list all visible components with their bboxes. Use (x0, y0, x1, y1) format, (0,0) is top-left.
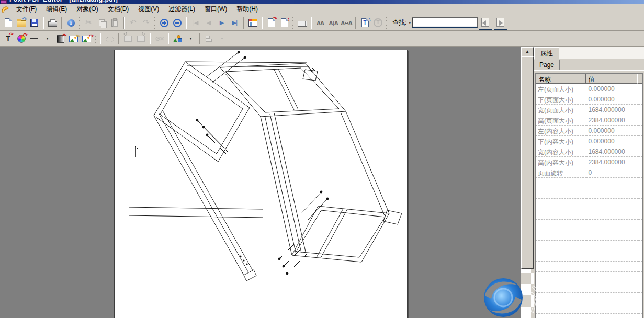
scale-text-button[interactable]: AA (314, 16, 327, 29)
property-row[interactable]: 高(内容大小)2384.000000 (536, 157, 642, 167)
open-button[interactable] (15, 16, 28, 29)
toolbar-separator (150, 33, 151, 44)
word-spacing-button[interactable]: A↔A (340, 16, 353, 29)
edit-image-button[interactable]: ✎ (67, 32, 80, 46)
property-row[interactable]: 宽(页面大小)1684.000000 (536, 105, 642, 115)
pdf-page[interactable] (114, 50, 408, 318)
property-extra (638, 157, 642, 167)
empty-row (536, 188, 642, 199)
empty-row (536, 251, 642, 262)
tab-properties[interactable]: 属性 (534, 47, 559, 60)
property-name: 高(页面大小) (536, 115, 586, 126)
toolbar-grip[interactable] (386, 17, 387, 29)
column-header-name[interactable]: 名称 (536, 74, 586, 84)
property-extra (638, 94, 642, 105)
property-row[interactable]: 宽(内容大小)1684.000000 (536, 146, 642, 157)
property-row[interactable]: 页面旋转0 (536, 167, 642, 178)
print-button[interactable] (46, 16, 59, 29)
find-next-button[interactable] (494, 16, 507, 30)
property-row[interactable]: 高(页面大小)2384.000000 (536, 115, 642, 126)
pages-icon (248, 19, 257, 27)
addtext-icon: T↑ (361, 18, 369, 27)
application-window: { "window": { "title": "Foxit PDF Editor… (0, 0, 644, 318)
next-page-button[interactable]: ▶ (215, 16, 228, 29)
property-row[interactable]: 下(页面大小)0.000000 (536, 94, 642, 105)
edit-shading-button[interactable]: ↷ (54, 32, 67, 46)
zoomin-icon (160, 19, 168, 27)
property-value: 0.000000 (586, 94, 638, 105)
toolbar-separator (43, 17, 44, 29)
circlet-icon: T (374, 18, 382, 27)
lasso-icon (106, 37, 114, 42)
undo-button: ↶ (127, 16, 140, 29)
virtual-keyboard-button[interactable] (296, 16, 309, 29)
menu-item-0[interactable]: 文件(F) (12, 4, 41, 15)
zoom-in-button[interactable] (157, 16, 171, 29)
edit-color-button[interactable]: ↷ (15, 32, 28, 46)
menu-item-3[interactable]: 文档(D) (103, 4, 134, 15)
menu-item-2[interactable]: 对象(O) (72, 4, 103, 15)
insert-shape-button[interactable] (171, 32, 184, 46)
menu-item-6[interactable]: 窗口(W) (200, 4, 232, 15)
find-cluster: 查找:▾ (390, 16, 508, 30)
doc-icon (5, 18, 12, 27)
cad-drawing[interactable] (115, 50, 406, 318)
find-input[interactable] (412, 17, 478, 28)
save-button[interactable] (28, 16, 41, 29)
toolbar-separator (243, 17, 244, 29)
line-style-button[interactable] (28, 32, 41, 46)
document-canvas[interactable] (0, 47, 521, 318)
toolbar-grip[interactable] (154, 17, 155, 29)
edit-text-button[interactable]: T↷ (2, 32, 15, 46)
page-layout-button[interactable] (246, 16, 259, 29)
toolbar-separator (311, 17, 312, 29)
property-row[interactable]: 左(内容大小)0.000000 (536, 126, 642, 136)
column-header-extra[interactable] (637, 74, 642, 84)
aa3-icon: A↔A (341, 20, 352, 26)
deletepage-icon: ✕ (281, 18, 288, 27)
floppy-icon (30, 19, 38, 27)
property-row[interactable]: 左(页面大小)0.000000 (536, 84, 642, 94)
last-icon: ▶| (232, 20, 237, 26)
tab-page[interactable]: Page (534, 60, 560, 70)
find-options-caret[interactable]: ▾ (409, 20, 411, 25)
property-value: 0.000000 (586, 84, 638, 94)
shapes-icon (173, 35, 183, 42)
line-style-caret[interactable]: ▾ (41, 32, 54, 46)
find-previous-button[interactable] (479, 16, 492, 30)
zoom-out-button[interactable] (171, 16, 184, 29)
insertpage-icon: ↷ (268, 18, 275, 27)
document-menu-icon[interactable] (1, 5, 9, 14)
menu-item-4[interactable]: 视图(V) (133, 4, 164, 15)
menu-item-5[interactable]: 过滤器(L) (164, 4, 200, 15)
new-document-button[interactable] (2, 16, 15, 29)
delete-page-button[interactable]: ✕ (278, 16, 291, 29)
column-header-value[interactable]: 值 (586, 74, 637, 84)
cut-button: ✂ (82, 16, 95, 29)
deselect-button (103, 32, 116, 46)
document-info-button[interactable]: i (64, 16, 77, 29)
toolbar-grip[interactable] (78, 17, 80, 29)
insert-shape-caret[interactable]: ▾ (184, 32, 197, 46)
scroll-up-button[interactable]: ▲ (521, 47, 534, 56)
page-tab-strip: Page (534, 59, 644, 71)
toolbar-grip[interactable] (292, 17, 293, 29)
aa1-icon: AA (317, 20, 324, 26)
property-name: 左(页面大小) (536, 84, 586, 94)
findprev-icon (481, 18, 489, 27)
cut-icon: ✂ (85, 19, 92, 27)
scrollbar-thumb[interactable] (521, 56, 534, 269)
property-name: 左(内容大小) (536, 126, 586, 136)
last-page-button[interactable]: ▶| (228, 16, 241, 29)
menu-item-1[interactable]: 编辑(E) (41, 4, 72, 15)
add-text-button[interactable]: T↑ (358, 16, 371, 29)
insert-page-button[interactable]: ↷ (265, 16, 278, 29)
menu-item-7[interactable]: 帮助(H) (232, 4, 263, 15)
property-row[interactable]: 下(内容大小)0.000000 (536, 136, 642, 146)
rotate-right-button: ↻ (134, 32, 148, 46)
property-name: 下(内容大小) (536, 136, 586, 146)
replace-image-button[interactable]: ↷ (80, 32, 93, 46)
char-spacing-button[interactable]: A|A (327, 16, 340, 29)
delete-object-button: ⊘✕ (153, 32, 166, 46)
empty-row (536, 220, 642, 230)
